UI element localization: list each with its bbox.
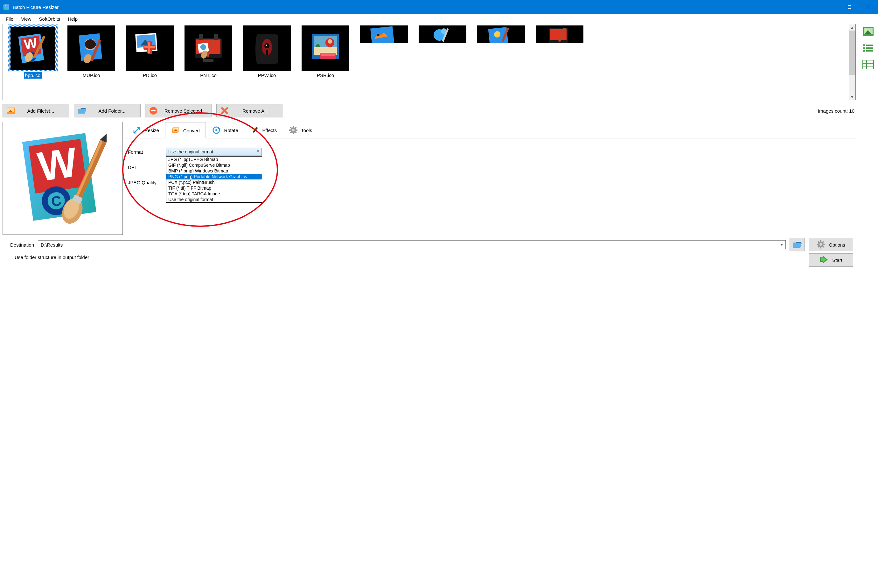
add-folder-button[interactable]: Add Folder... (74, 104, 141, 117)
svg-rect-97 (820, 240, 821, 242)
delete-icon (220, 106, 229, 115)
thumbnail-item[interactable]: MUP.ico (62, 26, 121, 79)
button-label: Add Folder... (91, 108, 133, 114)
svg-point-34 (264, 43, 270, 48)
svg-point-50 (494, 31, 500, 38)
svg-point-76 (174, 128, 175, 129)
chevron-down-icon (256, 149, 260, 154)
svg-point-45 (377, 34, 379, 36)
svg-point-84 (292, 129, 295, 131)
button-label: Remove All (234, 108, 275, 114)
menu-bar: File View SoftOrbits Help (0, 14, 878, 24)
svg-rect-116 (866, 50, 873, 51)
remove-all-button[interactable]: Remove All (216, 104, 283, 117)
thumbnail-grid[interactable]: W bpp.ico MUP.ico PD.ico PNT.ico (3, 24, 856, 100)
thumbnail-item[interactable]: W bpp.ico (3, 26, 62, 79)
tab-label: Effects (262, 128, 277, 133)
menu-view[interactable]: View (17, 15, 35, 22)
svg-point-2 (5, 5, 6, 6)
convert-icon (171, 126, 180, 135)
dropdown-option[interactable]: TIF (*.tif) TIFF Bitmap (166, 185, 262, 191)
format-dropdown[interactable]: JPG (*.jpg) JPEG Bitmap GIF (*.gif) Comp… (166, 156, 262, 202)
svg-point-115 (863, 50, 865, 52)
tab-label: Convert (183, 128, 200, 134)
svg-rect-98 (820, 247, 821, 249)
list-view-button[interactable] (862, 42, 875, 54)
svg-rect-99 (817, 244, 818, 245)
thumbnail-label: bpp.ico (24, 72, 42, 79)
svg-rect-32 (203, 59, 213, 62)
thumbnails-view-button[interactable] (862, 26, 875, 37)
scroll-up-icon[interactable]: ▴ (849, 24, 856, 30)
add-files-button[interactable]: Add File(s)... (3, 104, 69, 117)
thumbnail-label: PPW.ico (257, 72, 277, 79)
thumbnail-item[interactable]: PSR.ico (296, 26, 355, 79)
tab-tools[interactable]: Tools (283, 122, 318, 138)
scroll-down-icon[interactable]: ▾ (849, 93, 856, 100)
jpeg-quality-label: JPEG Quality (128, 180, 166, 185)
menu-help[interactable]: Help (64, 15, 81, 22)
tab-label: Tools (301, 128, 312, 133)
destination-value: D:\Results (41, 242, 63, 248)
options-button[interactable]: Options (809, 238, 853, 251)
dropdown-option[interactable]: PCX (*.pcx) PaintBrush (166, 180, 262, 185)
use-folder-structure-checkbox[interactable]: Use folder structure in output folder (3, 251, 809, 260)
preview-image: W C (3, 122, 123, 235)
dropdown-option[interactable]: GIF (*.gif) CompuServe Bitmap (166, 162, 262, 168)
thumbnail-item[interactable] (413, 26, 472, 79)
dropdown-option[interactable]: Use the original format (166, 196, 262, 202)
thumbnail-item[interactable] (530, 26, 589, 79)
tab-effects[interactable]: Effects (244, 122, 283, 138)
thumbnail-label: PNT.ico (199, 72, 218, 79)
svg-rect-1 (4, 7, 8, 9)
picture-icon (6, 106, 16, 115)
svg-rect-100 (823, 244, 825, 245)
menu-file[interactable]: File (2, 15, 17, 22)
svg-rect-23 (148, 42, 150, 54)
svg-point-111 (863, 44, 865, 46)
svg-rect-43 (321, 54, 335, 56)
gear-icon (817, 240, 825, 249)
thumbnail-scrollbar[interactable]: ▴ ▾ (849, 24, 856, 100)
maximize-button[interactable] (840, 0, 859, 14)
images-count: Images count: 10 (818, 108, 856, 114)
svg-rect-87 (289, 129, 291, 131)
browse-folder-button[interactable] (790, 238, 805, 251)
thumbnail-item[interactable]: PPW.ico (238, 26, 296, 79)
svg-rect-36 (266, 50, 268, 55)
thumbnail-item[interactable]: PD.ico (121, 26, 179, 79)
thumbnail-item[interactable]: PNT.ico (179, 26, 238, 79)
chevron-down-icon (780, 242, 784, 248)
remove-selected-button[interactable]: Remove Selected (145, 104, 212, 117)
minimize-button[interactable] (821, 0, 840, 14)
play-icon (820, 256, 829, 264)
details-view-button[interactable] (862, 59, 875, 70)
thumbnail-label: MUP.ico (81, 72, 102, 79)
thumbnail-label: PSR.ico (316, 72, 335, 79)
resize-icon (132, 126, 141, 135)
tab-resize[interactable]: Resize (126, 122, 165, 138)
tab-label: Resize (144, 128, 159, 133)
svg-point-109 (865, 29, 867, 31)
svg-point-96 (820, 243, 822, 246)
close-button[interactable] (859, 0, 878, 14)
format-select[interactable]: Use the original format JPG (*.jpg) JPEG… (166, 148, 262, 156)
menu-softorbits[interactable]: SoftOrbits (35, 15, 64, 22)
tab-convert[interactable]: Convert (165, 122, 206, 138)
scrollbar-thumb[interactable] (849, 30, 856, 75)
destination-input[interactable]: D:\Results (38, 240, 786, 249)
dropdown-option[interactable]: PNG (*.png) Portable Network Graphics (166, 174, 262, 180)
checkbox-icon[interactable] (7, 255, 12, 260)
dropdown-option[interactable]: TGA (*.tga) TARGA Image (166, 191, 262, 196)
start-button[interactable]: Start (809, 253, 853, 267)
thumbnail-item[interactable] (355, 26, 413, 79)
tab-rotate[interactable]: Rotate (206, 122, 244, 138)
svg-rect-27 (214, 34, 218, 40)
convert-tab-content: Format Use the original format JPG (*.jp… (125, 138, 856, 196)
svg-point-57 (8, 109, 10, 111)
dropdown-option[interactable]: BMP (*.bmp) Windows Bitmap (166, 168, 262, 174)
thumbnail-item[interactable] (472, 26, 530, 79)
dropdown-option[interactable]: JPG (*.jpg) JPEG Bitmap (166, 156, 262, 162)
folder-open-icon (792, 240, 802, 249)
tab-label: Rotate (224, 128, 238, 133)
